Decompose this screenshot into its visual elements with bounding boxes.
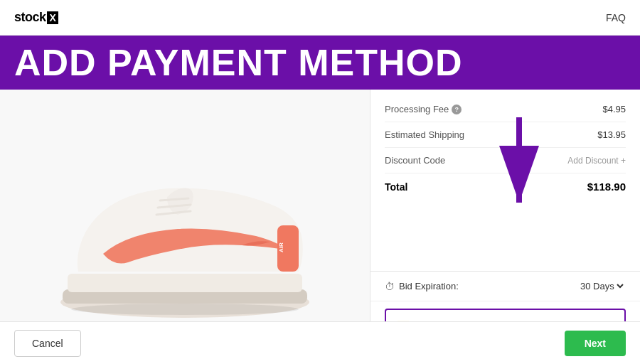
add-discount-button[interactable]: Add Discount + — [567, 156, 626, 166]
total-label: Total — [385, 181, 407, 193]
logo-stock-text: stock — [14, 10, 46, 25]
logo-x: X — [47, 11, 59, 24]
footer: Cancel Next — [0, 321, 640, 364]
processing-fee-value: $4.95 — [602, 104, 626, 114]
order-rows: Processing Fee ? $4.95 Estimated Shippin… — [370, 90, 640, 271]
faq-link[interactable]: FAQ — [606, 12, 626, 23]
clock-icon: ⏱ — [385, 281, 395, 292]
estimated-shipping-label: Estimated Shipping — [385, 129, 464, 140]
purple-banner: ADD PAYMENT METHOD — [0, 36, 640, 90]
discount-code-row: Discount Code Add Discount + — [385, 148, 626, 173]
processing-fee-help-icon[interactable]: ? — [452, 105, 462, 114]
estimated-shipping-row: Estimated Shipping $13.95 — [385, 122, 626, 148]
svg-rect-2 — [68, 274, 302, 292]
svg-point-7 — [71, 304, 299, 315]
total-row: Total $118.90 — [385, 173, 626, 200]
bid-expiration-select[interactable]: 30 Days 1 Day 3 Days 7 Days 14 Days 60 D… — [577, 280, 626, 292]
bid-expiration-label: Bid Expiration: — [399, 281, 459, 291]
discount-code-label: Discount Code — [385, 155, 445, 166]
header: stockX FAQ — [0, 0, 640, 36]
sneaker-image: AIR — [36, 140, 334, 325]
bid-expiration-row: ⏱ Bid Expiration: 30 Days 1 Day 3 Days 7… — [370, 272, 640, 301]
svg-text:AIR: AIR — [278, 242, 284, 252]
processing-fee-row: Processing Fee ? $4.95 — [385, 97, 626, 122]
page-wrapper: stockX FAQ ADD PAYMENT METHOD — [0, 0, 640, 364]
processing-fee-label: Processing Fee ? — [385, 104, 462, 114]
total-value: $118.90 — [587, 181, 626, 193]
next-button[interactable]: Next — [565, 331, 626, 356]
logo: stockX — [14, 10, 58, 25]
bid-expiration-left: ⏱ Bid Expiration: — [385, 281, 459, 292]
banner-title: ADD PAYMENT METHOD — [14, 44, 626, 81]
estimated-shipping-value: $13.95 — [597, 129, 626, 140]
cancel-button[interactable]: Cancel — [14, 330, 81, 357]
